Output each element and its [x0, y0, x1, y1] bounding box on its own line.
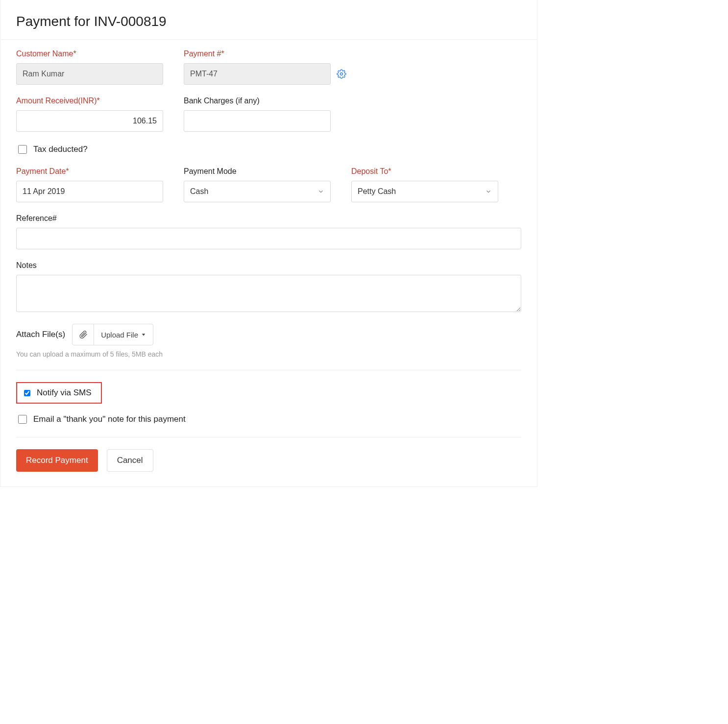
label-notes: Notes	[16, 261, 521, 270]
row-amount-charges: Amount Received(INR)* Bank Charges (if a…	[16, 97, 521, 132]
page-header: Payment for INV-000819	[0, 0, 537, 40]
payment-mode-select[interactable]: Cash	[184, 181, 331, 202]
gear-icon[interactable]	[337, 69, 346, 79]
paperclip-icon[interactable]	[73, 324, 94, 345]
upload-file-label: Upload File	[101, 331, 138, 339]
caret-down-icon	[141, 332, 146, 337]
field-payment-no: Payment #*	[184, 49, 331, 85]
label-payment-date: Payment Date*	[16, 167, 163, 176]
field-payment-mode: Payment Mode Cash	[184, 167, 331, 202]
label-reference: Reference#	[16, 214, 521, 223]
divider-2	[16, 437, 521, 437]
payment-no-input[interactable]	[184, 63, 331, 85]
deposit-to-select[interactable]: Petty Cash	[351, 181, 498, 202]
notify-sms-highlight: Notify via SMS	[16, 382, 102, 404]
chevron-down-icon	[317, 188, 324, 195]
field-reference: Reference#	[16, 214, 521, 249]
field-bank-charges: Bank Charges (if any)	[184, 97, 331, 132]
field-payment-date: Payment Date*	[16, 167, 163, 202]
label-attach: Attach File(s)	[16, 330, 65, 339]
bank-charges-input[interactable]	[184, 110, 331, 132]
row-date-mode-deposit: Payment Date* Payment Mode Cash Deposit …	[16, 167, 521, 202]
field-customer-name: Customer Name*	[16, 49, 163, 85]
tax-deducted-checkbox[interactable]	[18, 145, 27, 154]
payment-no-settings-wrap	[337, 63, 346, 85]
amount-received-input[interactable]	[16, 110, 163, 132]
svg-marker-1	[142, 334, 146, 336]
upload-file-group: Upload File	[72, 324, 153, 345]
deposit-to-value: Petty Cash	[358, 187, 396, 196]
label-notify-sms: Notify via SMS	[37, 388, 91, 398]
form-actions: Record Payment Cancel	[16, 449, 521, 472]
label-customer-name: Customer Name*	[16, 49, 163, 58]
reference-input[interactable]	[16, 228, 521, 249]
label-tax-deducted: Tax deducted?	[33, 145, 88, 154]
row-attach: Attach File(s) Upload File	[16, 324, 521, 345]
payment-mode-value: Cash	[190, 187, 208, 196]
upload-hint: You can upload a maximum of 5 files, 5MB…	[16, 350, 521, 358]
notify-sms-checkbox[interactable]	[24, 390, 30, 396]
upload-file-button[interactable]: Upload File	[94, 324, 153, 345]
label-email-thanks: Email a "thank you" note for this paymen…	[33, 414, 186, 424]
payment-form-page: Payment for INV-000819 Customer Name* Pa…	[0, 0, 537, 487]
record-payment-button[interactable]: Record Payment	[16, 449, 98, 472]
label-payment-mode: Payment Mode	[184, 167, 331, 176]
field-notes: Notes	[16, 261, 521, 312]
label-bank-charges: Bank Charges (if any)	[184, 97, 331, 105]
divider-1	[16, 370, 521, 370]
notes-textarea[interactable]	[16, 275, 521, 312]
field-amount-received: Amount Received(INR)*	[16, 97, 163, 132]
page-title: Payment for INV-000819	[16, 14, 521, 29]
payment-date-input[interactable]	[16, 181, 163, 202]
row-customer-payment: Customer Name* Payment #*	[16, 49, 521, 85]
email-thanks-checkbox[interactable]	[18, 415, 27, 424]
label-payment-no: Payment #*	[184, 49, 331, 58]
row-tax-deducted: Tax deducted?	[16, 144, 521, 155]
svg-point-0	[340, 73, 343, 75]
customer-name-input[interactable]	[16, 63, 163, 85]
label-amount-received: Amount Received(INR)*	[16, 97, 163, 105]
label-deposit-to: Deposit To*	[351, 167, 498, 176]
row-email-thanks: Email a "thank you" note for this paymen…	[16, 413, 521, 425]
chevron-down-icon	[485, 188, 492, 195]
form-body: Customer Name* Payment #* Amount Receive…	[0, 40, 537, 486]
cancel-button[interactable]: Cancel	[107, 449, 153, 472]
field-deposit-to: Deposit To* Petty Cash	[351, 167, 498, 202]
